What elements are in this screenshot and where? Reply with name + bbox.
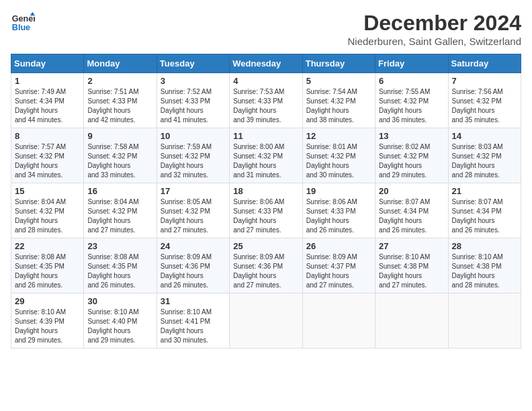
day-info: Sunrise: 7:58 AM Sunset: 4:32 PM Dayligh… bbox=[87, 142, 152, 180]
calendar-table: SundayMondayTuesdayWednesdayThursdayFrid… bbox=[11, 54, 521, 349]
day-cell: 22 Sunrise: 8:08 AM Sunset: 4:35 PM Dayl… bbox=[11, 238, 84, 293]
day-info: Sunrise: 8:05 AM Sunset: 4:32 PM Dayligh… bbox=[161, 197, 226, 235]
day-number: 22 bbox=[15, 241, 80, 251]
day-number: 8 bbox=[15, 131, 80, 141]
day-cell: 25 Sunrise: 8:09 AM Sunset: 4:36 PM Dayl… bbox=[230, 238, 302, 293]
day-cell: 12 Sunrise: 8:01 AM Sunset: 4:32 PM Dayl… bbox=[302, 128, 375, 183]
week-row-4: 22 Sunrise: 8:08 AM Sunset: 4:35 PM Dayl… bbox=[11, 238, 521, 293]
calendar-subtitle: Niederburen, Saint Gallen, Switzerland bbox=[348, 36, 521, 47]
day-info: Sunrise: 7:56 AM Sunset: 4:32 PM Dayligh… bbox=[452, 87, 517, 125]
week-row-1: 1 Sunrise: 7:49 AM Sunset: 4:34 PM Dayli… bbox=[11, 73, 521, 128]
day-info: Sunrise: 8:10 AM Sunset: 4:41 PM Dayligh… bbox=[161, 308, 226, 345]
day-cell: 19 Sunrise: 8:06 AM Sunset: 4:33 PM Dayl… bbox=[302, 183, 375, 238]
day-info: Sunrise: 8:01 AM Sunset: 4:32 PM Dayligh… bbox=[306, 142, 371, 180]
day-number: 10 bbox=[161, 131, 226, 141]
day-number: 31 bbox=[161, 296, 226, 306]
day-cell: 13 Sunrise: 8:02 AM Sunset: 4:32 PM Dayl… bbox=[375, 128, 448, 183]
day-info: Sunrise: 7:59 AM Sunset: 4:32 PM Dayligh… bbox=[161, 142, 226, 180]
day-number: 19 bbox=[306, 186, 371, 196]
day-info: Sunrise: 8:04 AM Sunset: 4:32 PM Dayligh… bbox=[87, 197, 152, 235]
day-info: Sunrise: 8:00 AM Sunset: 4:32 PM Dayligh… bbox=[233, 142, 298, 180]
day-info: Sunrise: 8:09 AM Sunset: 4:36 PM Dayligh… bbox=[233, 253, 298, 290]
day-cell: 15 Sunrise: 8:04 AM Sunset: 4:32 PM Dayl… bbox=[11, 183, 84, 238]
day-info: Sunrise: 8:06 AM Sunset: 4:33 PM Dayligh… bbox=[233, 197, 298, 235]
day-number: 7 bbox=[452, 76, 517, 86]
header-saturday: Saturday bbox=[448, 54, 521, 73]
day-number: 13 bbox=[379, 131, 444, 141]
day-cell: 23 Sunrise: 8:08 AM Sunset: 4:35 PM Dayl… bbox=[84, 238, 157, 293]
week-row-2: 8 Sunrise: 7:57 AM Sunset: 4:32 PM Dayli… bbox=[11, 128, 521, 183]
day-info: Sunrise: 8:06 AM Sunset: 4:33 PM Dayligh… bbox=[306, 197, 371, 235]
day-cell: 11 Sunrise: 8:00 AM Sunset: 4:32 PM Dayl… bbox=[230, 128, 302, 183]
day-info: Sunrise: 8:10 AM Sunset: 4:38 PM Dayligh… bbox=[452, 253, 517, 290]
day-info: Sunrise: 7:54 AM Sunset: 4:32 PM Dayligh… bbox=[306, 87, 371, 125]
day-number: 16 bbox=[87, 186, 152, 196]
day-info: Sunrise: 8:09 AM Sunset: 4:36 PM Dayligh… bbox=[161, 253, 226, 290]
day-number: 2 bbox=[87, 76, 152, 86]
day-info: Sunrise: 8:09 AM Sunset: 4:37 PM Dayligh… bbox=[306, 253, 371, 290]
day-number: 1 bbox=[15, 76, 80, 86]
day-number: 28 bbox=[452, 241, 517, 251]
header-tuesday: Tuesday bbox=[157, 54, 229, 73]
day-info: Sunrise: 8:07 AM Sunset: 4:34 PM Dayligh… bbox=[379, 197, 444, 235]
day-cell: 1 Sunrise: 7:49 AM Sunset: 4:34 PM Dayli… bbox=[11, 73, 84, 128]
svg-text:Blue: Blue bbox=[12, 23, 30, 32]
day-number: 25 bbox=[233, 241, 298, 251]
day-info: Sunrise: 8:03 AM Sunset: 4:32 PM Dayligh… bbox=[452, 142, 517, 180]
day-info: Sunrise: 8:10 AM Sunset: 4:40 PM Dayligh… bbox=[87, 308, 152, 345]
day-cell: 28 Sunrise: 8:10 AM Sunset: 4:38 PM Dayl… bbox=[448, 238, 521, 293]
day-number: 15 bbox=[15, 186, 80, 196]
day-cell bbox=[230, 293, 302, 349]
logo-icon: General Blue bbox=[11, 11, 35, 35]
day-cell: 7 Sunrise: 7:56 AM Sunset: 4:32 PM Dayli… bbox=[448, 73, 521, 128]
day-number: 5 bbox=[306, 76, 371, 86]
week-row-5: 29 Sunrise: 8:10 AM Sunset: 4:39 PM Dayl… bbox=[11, 293, 521, 349]
day-number: 30 bbox=[87, 296, 152, 306]
day-number: 23 bbox=[87, 241, 152, 251]
day-cell: 6 Sunrise: 7:55 AM Sunset: 4:32 PM Dayli… bbox=[375, 73, 448, 128]
day-cell: 26 Sunrise: 8:09 AM Sunset: 4:37 PM Dayl… bbox=[302, 238, 375, 293]
day-cell: 30 Sunrise: 8:10 AM Sunset: 4:40 PM Dayl… bbox=[84, 293, 157, 349]
day-info: Sunrise: 8:10 AM Sunset: 4:39 PM Dayligh… bbox=[15, 308, 80, 345]
day-info: Sunrise: 8:08 AM Sunset: 4:35 PM Dayligh… bbox=[15, 253, 80, 290]
logo: General Blue bbox=[11, 11, 35, 35]
day-info: Sunrise: 8:08 AM Sunset: 4:35 PM Dayligh… bbox=[87, 253, 152, 290]
day-number: 3 bbox=[161, 76, 226, 86]
day-number: 6 bbox=[379, 76, 444, 86]
page-header: General Blue December 2024 Niederburen, … bbox=[11, 11, 521, 47]
day-cell: 9 Sunrise: 7:58 AM Sunset: 4:32 PM Dayli… bbox=[84, 128, 157, 183]
header-monday: Monday bbox=[84, 54, 157, 73]
day-cell: 29 Sunrise: 8:10 AM Sunset: 4:39 PM Dayl… bbox=[11, 293, 84, 349]
day-number: 26 bbox=[306, 241, 371, 251]
day-info: Sunrise: 7:51 AM Sunset: 4:33 PM Dayligh… bbox=[87, 87, 152, 125]
header-friday: Friday bbox=[375, 54, 448, 73]
day-info: Sunrise: 8:04 AM Sunset: 4:32 PM Dayligh… bbox=[15, 197, 80, 235]
day-info: Sunrise: 7:57 AM Sunset: 4:32 PM Dayligh… bbox=[15, 142, 80, 180]
day-info: Sunrise: 7:53 AM Sunset: 4:33 PM Dayligh… bbox=[233, 87, 298, 125]
day-number: 4 bbox=[233, 76, 298, 86]
day-cell bbox=[302, 293, 375, 349]
day-info: Sunrise: 7:52 AM Sunset: 4:33 PM Dayligh… bbox=[161, 87, 226, 125]
day-info: Sunrise: 8:02 AM Sunset: 4:32 PM Dayligh… bbox=[379, 142, 444, 180]
day-number: 20 bbox=[379, 186, 444, 196]
header-thursday: Thursday bbox=[302, 54, 375, 73]
day-number: 21 bbox=[452, 186, 517, 196]
day-number: 9 bbox=[87, 131, 152, 141]
header-sunday: Sunday bbox=[11, 54, 84, 73]
day-cell: 27 Sunrise: 8:10 AM Sunset: 4:38 PM Dayl… bbox=[375, 238, 448, 293]
day-cell: 21 Sunrise: 8:07 AM Sunset: 4:34 PM Dayl… bbox=[448, 183, 521, 238]
day-cell: 18 Sunrise: 8:06 AM Sunset: 4:33 PM Dayl… bbox=[230, 183, 302, 238]
day-number: 29 bbox=[15, 296, 80, 306]
day-number: 27 bbox=[379, 241, 444, 251]
day-number: 18 bbox=[233, 186, 298, 196]
calendar-header-row: SundayMondayTuesdayWednesdayThursdayFrid… bbox=[11, 54, 521, 73]
header-wednesday: Wednesday bbox=[230, 54, 302, 73]
day-cell: 5 Sunrise: 7:54 AM Sunset: 4:32 PM Dayli… bbox=[302, 73, 375, 128]
day-cell bbox=[375, 293, 448, 349]
day-info: Sunrise: 8:07 AM Sunset: 4:34 PM Dayligh… bbox=[452, 197, 517, 235]
day-cell: 2 Sunrise: 7:51 AM Sunset: 4:33 PM Dayli… bbox=[84, 73, 157, 128]
title-block: December 2024 Niederburen, Saint Gallen,… bbox=[348, 11, 521, 47]
day-cell: 20 Sunrise: 8:07 AM Sunset: 4:34 PM Dayl… bbox=[375, 183, 448, 238]
week-row-3: 15 Sunrise: 8:04 AM Sunset: 4:32 PM Dayl… bbox=[11, 183, 521, 238]
day-number: 17 bbox=[161, 186, 226, 196]
